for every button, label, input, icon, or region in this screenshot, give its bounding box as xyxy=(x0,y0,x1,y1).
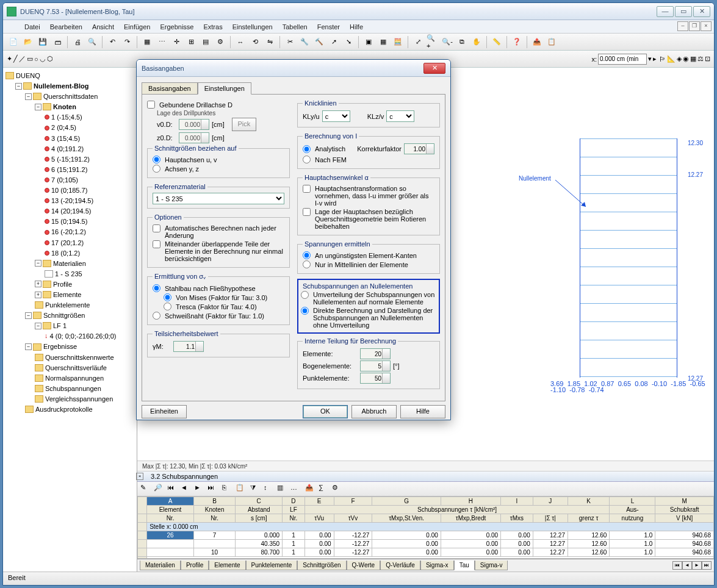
pan-icon[interactable]: ✋ xyxy=(470,35,483,49)
calc-icon[interactable]: 🧮 xyxy=(391,35,405,49)
poly-icon[interactable]: ⬡ xyxy=(47,55,53,63)
tree-materialien[interactable]: Materialien xyxy=(53,260,86,267)
dots-icon[interactable]: ⋯ xyxy=(155,35,168,49)
circle-icon[interactable]: ○ xyxy=(34,56,38,63)
tab-q-verläufe[interactable]: Q-Verläufe xyxy=(380,561,420,570)
preview-icon[interactable]: 🔍 xyxy=(85,35,99,49)
mdi-minimize-button[interactable]: – xyxy=(677,21,688,31)
table2-icon[interactable]: ▦ xyxy=(377,35,390,49)
mirror-icon[interactable]: ⇋ xyxy=(263,35,276,49)
measure-icon[interactable]: 📏 xyxy=(490,35,503,49)
menu-tabellen[interactable]: Tabellen xyxy=(278,22,312,32)
tab-sigma-v[interactable]: Sigma-v xyxy=(475,561,508,570)
arc-icon[interactable]: ◡ xyxy=(40,55,46,63)
tool2-icon[interactable]: 🔨 xyxy=(312,35,326,49)
radio-analytisch[interactable] xyxy=(303,145,311,153)
node-icon[interactable]: ✦ xyxy=(7,55,12,63)
menu-datei[interactable]: Datei xyxy=(20,22,45,32)
tree-schnittgr[interactable]: Schnittgrößen xyxy=(43,312,85,319)
menu-fenster[interactable]: Fenster xyxy=(313,22,344,32)
menu-extras[interactable]: Extras xyxy=(199,22,226,32)
select-klz[interactable]: c xyxy=(386,110,414,122)
maximize-button[interactable]: ▭ xyxy=(675,6,692,17)
x-play-icon[interactable]: ▸ xyxy=(653,55,657,63)
close-button[interactable]: ✕ xyxy=(693,6,710,17)
save-icon[interactable]: 💾 xyxy=(36,35,49,49)
tree-mat-item[interactable]: 1 - S 235 xyxy=(55,270,82,278)
radio-umverteilung[interactable] xyxy=(301,291,309,299)
panel-close-icon[interactable]: × xyxy=(136,473,143,480)
dt-opt-icon[interactable]: ⚙ xyxy=(331,483,344,495)
tab-profile[interactable]: Profile xyxy=(181,561,209,570)
input-z0d[interactable] xyxy=(179,132,209,143)
rotate-icon[interactable]: ⟲ xyxy=(248,35,262,49)
x-value-field[interactable] xyxy=(598,54,647,65)
tree-knoten-item[interactable]: 16 (-20;1.2) xyxy=(51,229,86,236)
axes-icon[interactable]: ✛ xyxy=(170,35,183,49)
cb-haupttrans[interactable] xyxy=(303,185,311,193)
pick-button[interactable]: Pick xyxy=(232,118,256,131)
export-icon[interactable]: 📤 xyxy=(530,35,544,49)
radio-vonmises[interactable] xyxy=(164,293,171,301)
settings-icon[interactable]: ⚙ xyxy=(214,35,227,49)
x-dropdown-icon[interactable]: ▾ xyxy=(648,55,652,63)
snap-icon[interactable]: ⊞ xyxy=(184,35,198,49)
tree-elemente[interactable]: Elemente xyxy=(53,291,81,298)
tree-knoten[interactable]: Knoten xyxy=(53,103,76,110)
tree-erg-item[interactable]: Normalspannungen xyxy=(45,375,104,382)
table1-icon[interactable]: ▣ xyxy=(362,35,375,49)
dt-last-icon[interactable]: ⏭ xyxy=(207,483,219,495)
tab-nav-icon[interactable]: ⏭ xyxy=(702,561,712,570)
dt-more-icon[interactable]: … xyxy=(290,483,302,495)
data-grid[interactable]: ABCDEFGHIJKLMElementKnotenAbstandLFSchub… xyxy=(137,497,714,559)
tree-knoten-item[interactable]: 13 (-20;194.5) xyxy=(51,197,93,204)
view2-icon[interactable]: 📐 xyxy=(667,55,676,63)
minimize-button[interactable]: — xyxy=(657,6,674,17)
cb-overlap[interactable] xyxy=(153,240,160,248)
tab-sigma-x[interactable]: Sigma-x xyxy=(420,561,454,570)
input-v0d[interactable] xyxy=(179,119,209,130)
tree-erg-item[interactable]: Vergleichsspannungen xyxy=(45,395,113,403)
dt-find-icon[interactable]: 🔎 xyxy=(153,483,165,495)
tree-erg-item[interactable]: Schubspannungen xyxy=(45,385,101,392)
dt-prev-icon[interactable]: ◄ xyxy=(180,483,192,495)
tab-nav-icon[interactable]: ⏮ xyxy=(672,561,682,570)
einheiten-button[interactable]: Einheiten xyxy=(142,405,187,418)
zoom-win-icon[interactable]: ⧉ xyxy=(455,35,469,49)
cut-icon[interactable]: ✂ xyxy=(283,35,297,49)
tab-nav-icon[interactable]: ◄ xyxy=(682,561,692,570)
input-teilel[interactable] xyxy=(360,348,391,359)
report-icon[interactable]: 📋 xyxy=(545,35,558,49)
move-icon[interactable]: ↔ xyxy=(234,35,247,49)
tree-knoten-item[interactable]: 17 (20;1.2) xyxy=(51,239,84,246)
tree-knoten-item[interactable]: 5 (-15;191.2) xyxy=(51,156,90,163)
menu-ergebnisse[interactable]: Ergebnisse xyxy=(156,22,198,32)
radio-fem[interactable] xyxy=(303,156,311,163)
grid-icon[interactable]: ▦ xyxy=(140,35,154,49)
print-icon[interactable]: 🖨 xyxy=(71,35,84,49)
input-teilbg[interactable] xyxy=(360,360,391,371)
mdi-close-button[interactable]: × xyxy=(701,21,712,31)
tree-punkt[interactable]: Punktelemente xyxy=(45,301,90,309)
tree-knoten-item[interactable]: 3 (15;4.5) xyxy=(51,135,80,142)
tree-ergebnisse[interactable]: Ergebnisse xyxy=(43,343,77,351)
dt-first-icon[interactable]: ⏮ xyxy=(167,483,179,495)
select-kly[interactable]: c xyxy=(322,110,350,122)
dt-export-icon[interactable]: 📤 xyxy=(304,483,317,495)
menu-ansicht[interactable]: Ansicht xyxy=(88,22,118,32)
radio-direkte[interactable] xyxy=(301,307,309,315)
tree-knoten-item[interactable]: 15 (0;194.5) xyxy=(51,218,87,225)
tab-punktelemente[interactable]: Punktelemente xyxy=(246,561,298,570)
tab-elemente[interactable]: Elemente xyxy=(209,561,245,570)
radio-hauptachsen[interactable] xyxy=(153,156,160,163)
tree-knoten-item[interactable]: 18 (0;1.2) xyxy=(51,249,80,257)
radio-schweiss[interactable] xyxy=(153,312,160,320)
open-icon[interactable]: 📂 xyxy=(21,35,35,49)
tree-knoten-item[interactable]: 2 (0;4.5) xyxy=(51,124,76,132)
radio-mittellinien[interactable] xyxy=(303,260,311,268)
radio-kanten[interactable] xyxy=(303,251,311,259)
line-icon[interactable]: ／ xyxy=(19,54,26,63)
tree-lf1-item[interactable]: 4 (0; 0;0;-2160.26;0;0) xyxy=(50,332,117,340)
redo-icon[interactable]: ↷ xyxy=(120,35,134,49)
tab-materialien[interactable]: Materialien xyxy=(140,561,181,570)
